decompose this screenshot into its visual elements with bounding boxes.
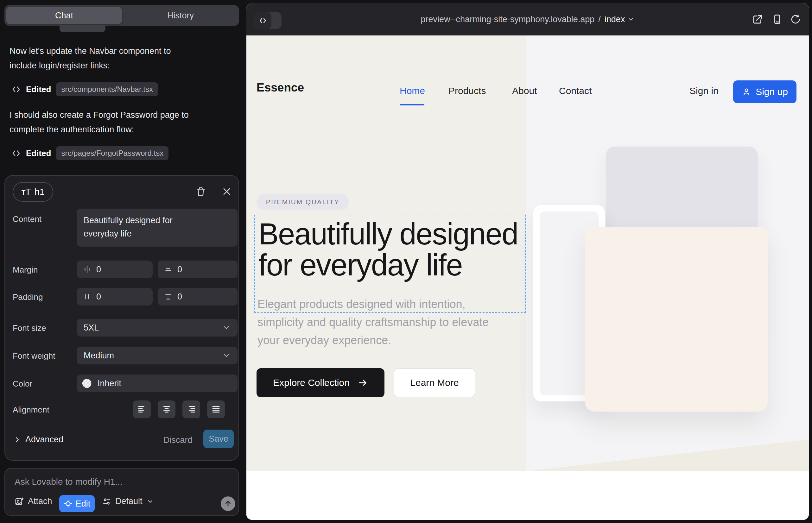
padding-label: Padding bbox=[13, 292, 43, 302]
page-name: index bbox=[604, 15, 625, 24]
chat-message-line: Now let's update the Navbar component to bbox=[10, 44, 218, 58]
tab-history-label: History bbox=[167, 11, 194, 21]
edited-label: Edited bbox=[26, 85, 51, 94]
open-external-icon[interactable] bbox=[752, 14, 763, 25]
sliders-icon bbox=[102, 497, 111, 506]
refresh-icon[interactable] bbox=[790, 14, 801, 25]
edited-file-row: Edited src/components/Navbar.tsx bbox=[12, 82, 158, 96]
close-icon[interactable] bbox=[221, 186, 232, 197]
chat-message-line: complete the authentication flow: bbox=[10, 122, 218, 137]
tab-chat-label: Chat bbox=[55, 11, 73, 21]
align-center-button[interactable] bbox=[158, 400, 175, 418]
explore-collection-button[interactable]: Explore Collection bbox=[257, 368, 385, 397]
chat-history-tabbar: Chat History bbox=[4, 5, 239, 26]
code-icon bbox=[12, 85, 21, 94]
font-weight-label: Font weight bbox=[13, 351, 55, 361]
element-tag-pill[interactable]: TT h1 bbox=[13, 182, 53, 202]
chevron-down-icon bbox=[222, 351, 231, 360]
hero-badge-label: PREMIUM QUALITY bbox=[266, 198, 339, 206]
advanced-toggle[interactable]: Advanced bbox=[13, 435, 63, 445]
delete-element-button[interactable] bbox=[195, 186, 207, 197]
hero-description: Elegant products designed with intention… bbox=[258, 295, 514, 349]
chat-message: I should also create a Forgot Password p… bbox=[10, 108, 218, 137]
page-selector[interactable]: index bbox=[604, 15, 635, 24]
sign-in-link[interactable]: Sign in bbox=[689, 86, 719, 96]
learn-more-label: Learn More bbox=[410, 377, 459, 388]
margin-vertical-icon bbox=[164, 265, 172, 273]
send-button[interactable] bbox=[221, 497, 235, 511]
default-mode-button[interactable]: Default bbox=[102, 497, 154, 506]
url-bar[interactable]: preview--charming-site-symphony.lovable.… bbox=[246, 3, 809, 35]
site-brand[interactable]: Essence bbox=[257, 81, 304, 94]
edited-file-chip[interactable]: src/components/Navbar.tsx bbox=[56, 82, 158, 96]
margin-horizontal-icon bbox=[83, 265, 91, 273]
sign-up-label: Sign up bbox=[756, 86, 788, 97]
code-icon bbox=[12, 148, 21, 158]
color-label: Color bbox=[13, 379, 32, 389]
attach-button[interactable]: Attach bbox=[15, 497, 52, 506]
save-label: Save bbox=[209, 434, 228, 444]
font-weight-select[interactable]: Medium bbox=[77, 347, 237, 364]
edit-label: Edit bbox=[76, 499, 91, 509]
target-icon bbox=[64, 499, 72, 508]
font-weight-value: Medium bbox=[84, 351, 114, 361]
nav-link-about[interactable]: About bbox=[512, 86, 537, 96]
nav-link-home[interactable]: Home bbox=[400, 86, 425, 96]
typography-icon: TT bbox=[21, 187, 31, 197]
margin-x-value: 0 bbox=[96, 265, 101, 274]
font-size-select[interactable]: 5XL bbox=[77, 319, 237, 337]
align-right-button[interactable] bbox=[182, 400, 200, 418]
url-separator: / bbox=[598, 15, 601, 24]
align-justify-button[interactable] bbox=[207, 400, 225, 418]
padding-y-value: 0 bbox=[177, 292, 182, 302]
margin-y-value: 0 bbox=[177, 265, 182, 274]
chevron-down-icon bbox=[146, 498, 154, 505]
chat-composer: Ask Lovable to modify H1... Attach Edit … bbox=[4, 468, 239, 516]
explore-collection-label: Explore Collection bbox=[273, 377, 350, 388]
arrow-right-icon bbox=[358, 378, 368, 388]
color-input[interactable]: Inherit bbox=[77, 375, 237, 392]
preview-window: preview--charming-site-symphony.lovable.… bbox=[246, 3, 809, 520]
arrow-up-icon bbox=[224, 500, 232, 508]
margin-y-input[interactable]: 0 bbox=[158, 260, 237, 278]
nav-active-underline bbox=[400, 104, 424, 105]
learn-more-button[interactable]: Learn More bbox=[394, 368, 475, 397]
margin-x-input[interactable]: 0 bbox=[77, 260, 153, 278]
tab-history[interactable]: History bbox=[122, 5, 239, 26]
content-value: Beautifully designed for everyday life bbox=[84, 214, 194, 240]
chat-message-line: I should also create a Forgot Password p… bbox=[10, 108, 218, 122]
composer-input[interactable]: Ask Lovable to modify H1... bbox=[15, 477, 123, 487]
site-canvas: Essence Home Products About Contact Sign… bbox=[246, 35, 809, 520]
padding-vertical-icon bbox=[164, 292, 172, 301]
discard-button[interactable]: Discard bbox=[163, 435, 193, 445]
mobile-view-icon[interactable] bbox=[772, 14, 783, 25]
nav-link-contact[interactable]: Contact bbox=[559, 86, 592, 96]
decor-card-front bbox=[585, 227, 768, 412]
chevron-right-icon bbox=[13, 436, 21, 444]
clipped-badge bbox=[59, 25, 105, 32]
chevron-down-icon bbox=[222, 324, 231, 332]
font-size-value: 5XL bbox=[84, 323, 99, 333]
attach-label: Attach bbox=[28, 497, 52, 506]
padding-horizontal-icon bbox=[83, 292, 91, 301]
align-left-button[interactable] bbox=[133, 400, 151, 418]
edited-file-row: Edited src/pages/ForgotPassword.tsx bbox=[12, 146, 169, 160]
chat-message: Now let's update the Navbar component to… bbox=[10, 44, 218, 73]
advanced-label: Advanced bbox=[25, 435, 63, 445]
edit-mode-button[interactable]: Edit bbox=[59, 495, 95, 512]
padding-y-input[interactable]: 0 bbox=[158, 288, 237, 306]
chat-message-line: include login/register links: bbox=[10, 58, 218, 73]
tab-chat[interactable]: Chat bbox=[6, 7, 122, 24]
sign-up-button[interactable]: Sign up bbox=[733, 80, 796, 103]
alignment-label: Alignment bbox=[13, 405, 49, 415]
content-input[interactable]: Beautifully designed for everyday life bbox=[77, 209, 237, 247]
nav-link-products[interactable]: Products bbox=[448, 86, 486, 96]
edited-label: Edited bbox=[26, 148, 51, 158]
margin-label: Margin bbox=[13, 265, 38, 275]
save-button[interactable]: Save bbox=[203, 430, 234, 448]
preview-url: preview--charming-site-symphony.lovable.… bbox=[421, 15, 595, 24]
element-editor-panel: TT h1 Content Beautifully designed for e… bbox=[4, 175, 239, 461]
edited-file-chip[interactable]: src/pages/ForgotPassword.tsx bbox=[56, 146, 169, 160]
hero-headline[interactable]: Beautifully designed for everyday life bbox=[259, 218, 525, 281]
padding-x-input[interactable]: 0 bbox=[77, 288, 153, 306]
